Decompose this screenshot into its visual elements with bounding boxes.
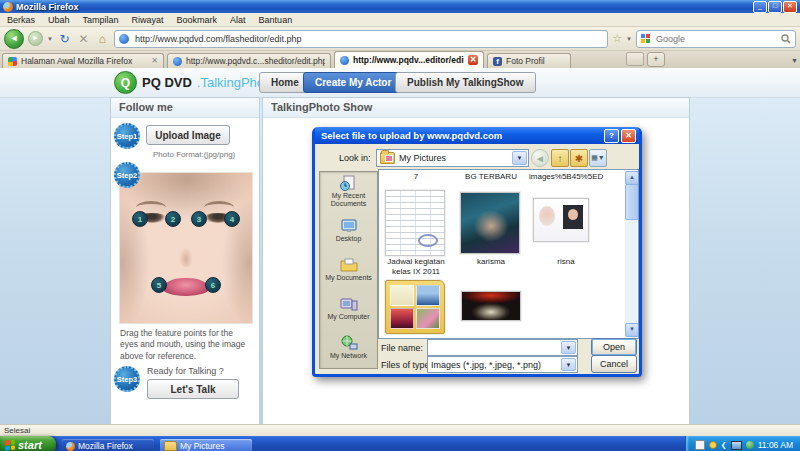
tab-close-icon[interactable]: ✕ <box>468 55 478 65</box>
google-icon <box>641 34 650 43</box>
tray-connection-icon[interactable] <box>746 441 754 449</box>
desktop-icon <box>339 218 359 234</box>
tray-network-icon[interactable] <box>731 441 742 450</box>
look-in-value: My Pictures <box>399 153 446 163</box>
history-dropdown-icon[interactable]: ▼ <box>47 36 53 42</box>
reload-icon[interactable]: ↻ <box>57 32 72 46</box>
url-bar[interactable] <box>114 30 608 48</box>
tab-label: Halaman Awal Mozilla Firefox <box>21 56 147 66</box>
dialog-titlebar[interactable]: Select file to upload by www.pqdvd.com ?… <box>315 127 639 144</box>
start-label: start <box>18 439 42 451</box>
upload-image-button[interactable]: Upload Image <box>146 125 230 145</box>
task-button-my-pictures[interactable]: My Pictures <box>160 439 252 451</box>
publish-talkingshow-button[interactable]: Publish My TalkingShow <box>395 72 536 93</box>
all-tabs-dropdown-icon[interactable]: ▼ <box>791 57 798 64</box>
file-thumbnail-risna[interactable] <box>533 198 589 242</box>
place-my-documents[interactable]: My Documents <box>320 250 377 289</box>
search-box[interactable] <box>636 30 796 48</box>
new-tab-button[interactable]: + <box>647 52 665 67</box>
new-folder-icon[interactable]: ✱ <box>570 149 588 167</box>
file-name-jadwal[interactable]: Jadwal kegiatan kelas IX 2011 <box>379 257 453 276</box>
feature-point-6[interactable]: 6 <box>205 277 221 293</box>
scrolled-file-label[interactable]: BG TERBARU <box>454 172 528 181</box>
feature-point-1[interactable]: 1 <box>132 211 148 227</box>
stop-icon[interactable]: ✕ <box>76 32 91 46</box>
close-button[interactable]: ✕ <box>783 1 797 13</box>
scrolled-file-label[interactable]: 7 <box>379 172 453 181</box>
combo-arrow-icon[interactable]: ▼ <box>561 358 576 371</box>
files-of-type-combo[interactable]: Images (*.jpg, *.jpeg, *.png) ▼ <box>427 356 578 373</box>
places-bar: My Recent Documents Desktop My Docu <box>319 171 378 369</box>
file-name-combo[interactable]: ▼ <box>427 339 578 356</box>
start-button[interactable]: start <box>0 436 56 451</box>
look-in-combo[interactable]: My Pictures ▼ <box>376 149 529 167</box>
drag-instruction: Drag the feature points for the eyes and… <box>120 328 250 362</box>
place-desktop[interactable]: Desktop <box>320 211 377 250</box>
home-icon[interactable]: ⌂ <box>95 32 110 46</box>
scroll-up-icon[interactable]: ▲ <box>625 171 639 185</box>
window-title: Mozilla Firefox <box>16 2 79 12</box>
view-menu-icon[interactable]: ▦▼ <box>589 149 607 167</box>
file-list-scrollbar[interactable]: ▲ ▼ <box>625 171 637 337</box>
combo-arrow-icon[interactable]: ▼ <box>512 151 527 165</box>
tray-hidden-icons-chevron[interactable]: ❮ <box>721 441 727 449</box>
dialog-help-button[interactable]: ? <box>604 129 619 143</box>
up-one-level-icon[interactable]: ↑ <box>551 149 569 167</box>
my-documents-icon <box>339 257 359 273</box>
tab-close-icon[interactable]: ✕ <box>151 56 158 66</box>
tab-pqdvd-1[interactable]: http://www.pqdvd.c...sheditor/edit.php <box>167 53 331 68</box>
back-folder-icon[interactable]: ◄ <box>531 149 549 167</box>
file-thumbnail-karisma[interactable] <box>460 192 520 254</box>
maximize-button[interactable]: □ <box>768 1 782 13</box>
back-button[interactable]: ◄ <box>4 29 24 49</box>
bookmark-star-icon[interactable]: ☆ <box>612 32 622 45</box>
feature-point-3[interactable]: 3 <box>191 211 207 227</box>
tray-messenger-icon[interactable] <box>695 440 705 450</box>
search-input[interactable] <box>654 33 777 45</box>
menu-riwayat[interactable]: Riwayat <box>132 15 164 25</box>
my-computer-icon <box>339 296 359 312</box>
feature-point-2[interactable]: 2 <box>165 211 181 227</box>
bookmark-dropdown-icon[interactable]: ▼ <box>626 36 632 42</box>
dialog-title: Select file to upload by www.pqdvd.com <box>321 130 502 141</box>
menu-bookmark[interactable]: Bookmark <box>177 15 218 25</box>
follow-me-panel: Follow me Step1 Upload Image Photo Forma… <box>110 97 260 424</box>
menu-berkas[interactable]: Berkas <box>7 15 35 25</box>
menu-tampilan[interactable]: Tampilan <box>83 15 119 25</box>
lets-talk-button[interactable]: Let's Talk <box>147 379 239 399</box>
file-thumbnail-stage[interactable] <box>461 291 521 321</box>
place-my-computer[interactable]: My Computer <box>320 289 377 328</box>
combo-arrow-icon[interactable]: ▼ <box>561 341 576 354</box>
file-name-risna[interactable]: risna <box>529 257 603 267</box>
forward-button[interactable]: ► <box>28 31 43 46</box>
tab-list-button[interactable] <box>626 52 644 66</box>
search-magnifier-icon[interactable] <box>781 34 791 44</box>
scrollbar-thumb[interactable] <box>625 184 639 220</box>
my-network-icon <box>339 335 359 351</box>
tab-foto-profil[interactable]: f Foto Profil <box>487 53 571 68</box>
task-button-firefox[interactable]: Mozilla Firefox <box>62 439 154 451</box>
scroll-down-icon[interactable]: ▼ <box>625 323 639 337</box>
start-page-icon <box>8 57 17 66</box>
open-button[interactable]: Open <box>591 338 637 356</box>
file-thumbnail-jadwal[interactable] <box>385 190 445 256</box>
place-recent-documents[interactable]: My Recent Documents <box>320 172 377 211</box>
minimize-button[interactable]: _ <box>753 1 767 13</box>
file-name-karisma[interactable]: karisma <box>454 257 528 267</box>
menu-bantuan[interactable]: Bantuan <box>259 15 293 25</box>
feature-point-5[interactable]: 5 <box>151 277 167 293</box>
create-my-actor-button[interactable]: Create My Actor <box>303 72 403 93</box>
folder-icon <box>164 441 177 451</box>
menu-alat[interactable]: Alat <box>230 15 246 25</box>
tab-halaman-awal[interactable]: Halaman Awal Mozilla Firefox ✕ <box>2 53 164 68</box>
url-input[interactable] <box>133 33 603 45</box>
menu-ubah[interactable]: Ubah <box>48 15 70 25</box>
dialog-close-button[interactable]: ✕ <box>621 129 636 143</box>
place-my-network[interactable]: My Network <box>320 328 377 367</box>
folder-thumbnail[interactable] <box>385 280 445 334</box>
scrolled-file-label[interactable]: images%5B45%5ED <box>529 172 603 181</box>
feature-point-4[interactable]: 4 <box>224 211 240 227</box>
tab-pqdvd-2-active[interactable]: http://www.pqdv...editor/edit.php ✕ <box>334 51 484 68</box>
cancel-button[interactable]: Cancel <box>591 355 637 373</box>
tray-update-icon[interactable] <box>709 441 717 449</box>
